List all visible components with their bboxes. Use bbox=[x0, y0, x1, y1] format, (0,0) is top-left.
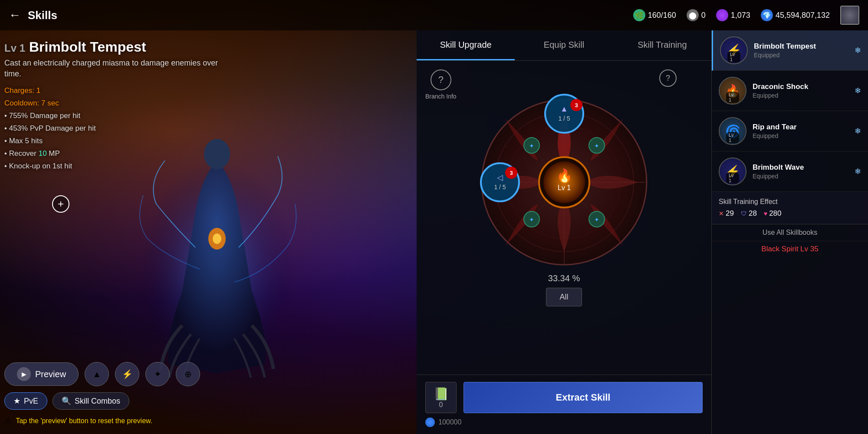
skill-options-icon-0: ❄ bbox=[855, 46, 861, 55]
energy-value: 0 bbox=[701, 11, 706, 20]
skills-list-panel: ⚡ Lv 1 Brimbolt Tempest Equipped ❄ 🔥 Lv … bbox=[712, 30, 868, 434]
resource-health: 🌿 160/160 bbox=[633, 9, 676, 21]
preview-button[interactable]: ▶ Preview bbox=[4, 362, 79, 386]
skill-list-item-2[interactable]: 🌀 Lv 1 Rip and Tear Equipped ❄ bbox=[712, 111, 868, 151]
skill-info-2: Rip and Tear Equipped bbox=[753, 123, 848, 139]
percentage-text: 33.34 % bbox=[548, 273, 580, 283]
branch-info-button[interactable]: ? bbox=[431, 69, 451, 90]
add-button[interactable]: + bbox=[52, 195, 69, 213]
skill-status-0: Equipped bbox=[754, 52, 848, 59]
skills-list: ⚡ Lv 1 Brimbolt Tempest Equipped ❄ 🔥 Lv … bbox=[712, 30, 868, 192]
tabs-row: Skill Upgrade Equip Skill Skill Training bbox=[417, 30, 711, 61]
skill-name: Brimbolt Tempest bbox=[29, 39, 146, 55]
silver-icon: 💎 bbox=[761, 9, 773, 21]
skill-options-icon-3: ❄ bbox=[855, 167, 861, 176]
svg-text:✦: ✦ bbox=[594, 142, 599, 149]
star-icon: ★ bbox=[13, 396, 20, 406]
svg-text:3: 3 bbox=[575, 102, 578, 108]
svg-text:Lv 1: Lv 1 bbox=[557, 184, 570, 191]
svg-text:1 / 5: 1 / 5 bbox=[558, 115, 570, 122]
skill-list-item-0[interactable]: ⚡ Lv 1 Brimbolt Tempest Equipped ❄ bbox=[712, 30, 868, 71]
skillbook-slot: 📗 0 bbox=[425, 382, 457, 413]
search-icon: 🔍 bbox=[62, 396, 71, 406]
up-arrow-button[interactable]: ▲ bbox=[85, 362, 109, 386]
preview-row: ▶ Preview ▲ ⚡ ✦ ⊕ bbox=[4, 362, 200, 386]
svg-text:1 / 5: 1 / 5 bbox=[494, 184, 506, 191]
stat-cooldown: Cooldown: 7 sec bbox=[4, 97, 221, 110]
skill-status-2: Equipped bbox=[753, 132, 848, 139]
bottom-controls: ▶ Preview ▲ ⚡ ✦ ⊕ ★ PvE 🔍 Skill Combos ⚠… bbox=[4, 362, 200, 425]
extract-skill-button[interactable]: Extract Skill bbox=[464, 382, 703, 413]
skill-lv-1: Lv 1 bbox=[726, 92, 739, 103]
skill-thumb-1: 🔥 Lv 1 bbox=[719, 77, 746, 105]
skill-status-3: Equipped bbox=[753, 173, 848, 180]
use-all-skillbooks-button[interactable]: Use All Skillbooks bbox=[712, 224, 868, 241]
silver-value: 45,594,807,132 bbox=[776, 11, 830, 20]
training-stat-hp: ♥ 280 bbox=[764, 209, 782, 218]
branch-info-section: ? Branch Info bbox=[425, 69, 457, 100]
skill-level: Lv 1 bbox=[4, 42, 25, 54]
wheel-svg: ✦ ✦ ✦ ✦ 🔥 Lv 1 ▲ 1 / 5 bbox=[473, 87, 655, 269]
training-title: Skill Training Effect bbox=[719, 198, 861, 206]
cost-value: 100000 bbox=[438, 418, 461, 426]
defense-icon: 🛡 bbox=[741, 210, 747, 217]
skill-tree-area: ? Branch Info ? bbox=[417, 61, 711, 375]
stat-knockup: • Knock-up on 1st hit bbox=[4, 160, 221, 173]
skill-stats: Charges: 1 Cooldown: 7 sec • 755% Damage… bbox=[4, 85, 221, 172]
tab-equip-skill[interactable]: Equip Skill bbox=[515, 30, 613, 60]
skill-name-2: Rip and Tear bbox=[753, 123, 848, 132]
target-button[interactable]: ✦ bbox=[145, 362, 170, 386]
back-button[interactable]: ← bbox=[9, 8, 21, 22]
health-icon: 🌿 bbox=[633, 9, 645, 21]
spirit-icon bbox=[716, 9, 728, 21]
skill-name-1: Draconic Shock bbox=[753, 82, 848, 91]
left-panel: Lv 1 Brimbolt Tempest Cast an electrical… bbox=[0, 30, 417, 434]
svg-text:✦: ✦ bbox=[529, 142, 534, 149]
skill-header: Lv 1 Brimbolt Tempest Cast an electrical… bbox=[4, 39, 221, 173]
skill-list-item-1[interactable]: 🔥 Lv 1 Draconic Shock Equipped ❄ bbox=[712, 71, 868, 111]
help-button[interactable]: ? bbox=[659, 69, 677, 87]
skill-description: Cast an electrically charged miasma to d… bbox=[4, 58, 221, 79]
skill-info-1: Draconic Shock Equipped bbox=[753, 82, 848, 99]
extract-row: 📗 0 Extract Skill bbox=[425, 382, 703, 413]
svg-text:🔥: 🔥 bbox=[556, 168, 572, 184]
all-button[interactable]: All bbox=[546, 288, 582, 306]
header-resources: 🌿 160/160 ⬤ 0 1,073 💎 45,594,807,132 bbox=[633, 6, 859, 25]
pve-button[interactable]: ★ PvE bbox=[4, 392, 47, 410]
skill-status-1: Equipped bbox=[753, 92, 848, 99]
play-icon: ▶ bbox=[17, 367, 31, 381]
svg-text:3: 3 bbox=[510, 170, 513, 176]
skill-name-3: Brimbolt Wave bbox=[753, 163, 848, 172]
preview-label: Preview bbox=[35, 369, 66, 379]
silver-cost-icon bbox=[425, 418, 435, 427]
profile-icon[interactable] bbox=[840, 6, 859, 25]
stat-recover: • Recover 10 MP bbox=[4, 148, 221, 160]
skill-thumb-0: ⚡ Lv 1 bbox=[720, 36, 748, 64]
defense-value: 28 bbox=[749, 209, 757, 218]
skill-list-item-3[interactable]: ⚡ Lv 1 Brimbolt Wave Equipped ❄ bbox=[712, 151, 868, 192]
stat-max-hits: • Max 5 hits bbox=[4, 135, 221, 148]
tab-skill-upgrade[interactable]: Skill Upgrade bbox=[417, 30, 515, 60]
right-panel: Skill Upgrade Equip Skill Skill Training… bbox=[417, 30, 868, 434]
skill-name-0: Brimbolt Tempest bbox=[754, 42, 848, 51]
skill-info-0: Brimbolt Tempest Equipped bbox=[754, 42, 848, 59]
warning-text: Tap the 'preview' button to reset the pr… bbox=[16, 417, 152, 424]
move-button[interactable]: ⊕ bbox=[176, 362, 200, 386]
resource-spirit: 1,073 bbox=[716, 9, 750, 21]
skill-action-button[interactable]: ⚡ bbox=[115, 362, 139, 386]
svg-text:▲: ▲ bbox=[560, 105, 568, 113]
stat-damage: • 755% Damage per hit bbox=[4, 110, 221, 122]
spirit-value: 1,073 bbox=[731, 11, 750, 20]
combos-label: Skill Combos bbox=[75, 397, 120, 406]
skill-lv-2: Lv 1 bbox=[726, 132, 739, 143]
skill-options-icon-2: ❄ bbox=[855, 126, 861, 136]
page-title: Skills bbox=[28, 9, 633, 22]
skill-combos-button[interactable]: 🔍 Skill Combos bbox=[53, 392, 129, 410]
energy-icon: ⬤ bbox=[687, 9, 699, 21]
tab-skill-training[interactable]: Skill Training bbox=[613, 30, 711, 60]
resource-energy: ⬤ 0 bbox=[687, 9, 706, 21]
health-value: 160/160 bbox=[648, 11, 676, 20]
training-stat-attack: ✕ 29 bbox=[719, 209, 734, 218]
skill-lv-3: Lv 1 bbox=[726, 172, 739, 184]
svg-text:✦: ✦ bbox=[529, 216, 534, 223]
